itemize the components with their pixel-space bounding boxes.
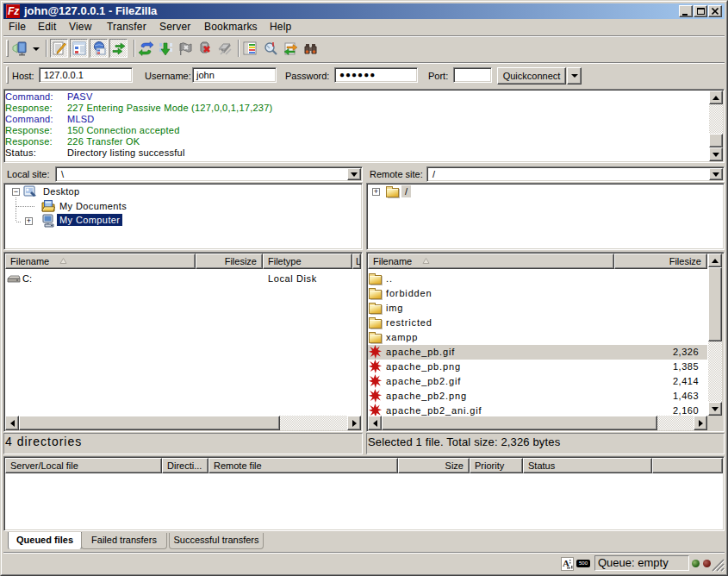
svg-text:Fz: Fz bbox=[8, 5, 19, 17]
svg-text:A: A bbox=[563, 558, 569, 568]
